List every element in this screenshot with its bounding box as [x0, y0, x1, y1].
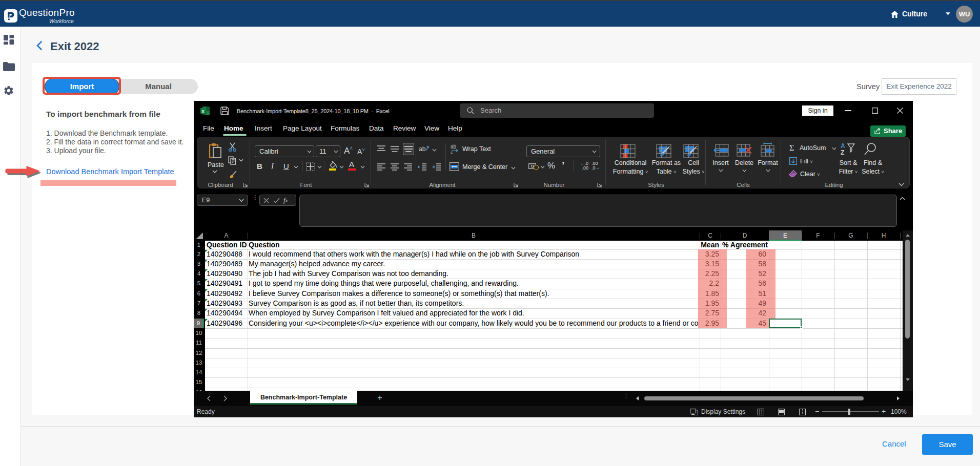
- svg-text:ab: ab: [419, 145, 426, 153]
- svg-text:x: x: [201, 108, 205, 114]
- svg-text:ab: ab: [451, 144, 457, 150]
- svg-text:A: A: [841, 142, 845, 150]
- svg-text:c: c: [451, 150, 453, 154]
- svg-text:Z: Z: [841, 149, 844, 156]
